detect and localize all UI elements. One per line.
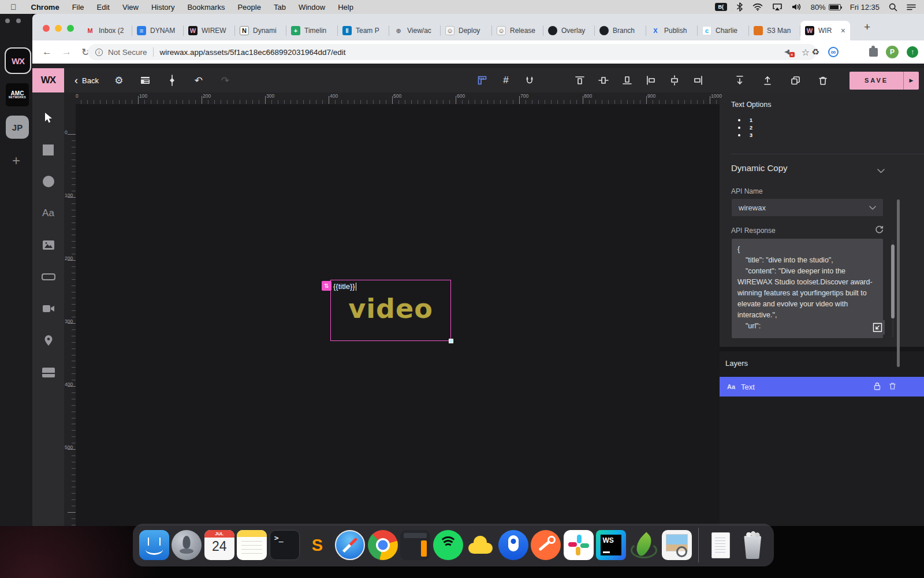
send-backward-icon[interactable] (733, 74, 746, 87)
video-tool[interactable] (42, 302, 55, 316)
save-button[interactable]: SAVE ▶ (850, 72, 919, 90)
browser-tab-github[interactable]: Overlay (543, 21, 595, 40)
browser-tab-google-sheets[interactable]: +Timelin (286, 21, 338, 40)
refresh-api-icon[interactable] (875, 225, 884, 236)
duplicate-icon[interactable] (789, 74, 802, 87)
dock-keyhole-app-icon[interactable] (498, 530, 528, 560)
apple-menu-icon[interactable]:  (10, 2, 17, 12)
menu-bookmarks[interactable]: Bookmarks (181, 3, 231, 12)
align-vertical-center-icon[interactable] (597, 74, 610, 87)
undo-icon[interactable]: ↶ (192, 74, 205, 87)
menu-edit[interactable]: Edit (91, 3, 116, 12)
align-left-icon[interactable] (644, 74, 657, 87)
dock-safari-icon[interactable] (335, 530, 365, 560)
browser-tab-jenkins[interactable]: ☺Deploy (441, 21, 492, 40)
button-tool[interactable] (42, 270, 55, 284)
forward-nav-icon[interactable]: → (62, 46, 72, 58)
bluetooth-icon[interactable] (736, 2, 743, 12)
element-text-video[interactable]: video (331, 293, 450, 324)
wirewax-logo[interactable]: WX (32, 68, 64, 92)
bookmark-star-icon[interactable]: ☆ (802, 47, 810, 58)
settings-gear-icon[interactable]: ⚙ (113, 74, 125, 87)
delete-layer-icon[interactable] (889, 381, 896, 392)
bring-forward-icon[interactable] (761, 74, 774, 87)
select-cursor-tool[interactable] (42, 111, 55, 125)
redo-icon[interactable]: ↷ (219, 74, 232, 87)
browser-tab-wirewax-active[interactable]: WWIR× (800, 21, 850, 40)
dynamic-copy-collapse-icon[interactable] (877, 166, 885, 175)
dynamic-copy-badge-icon[interactable]: ⇅ (322, 281, 331, 291)
dock-sublime-text-icon[interactable]: S (302, 530, 332, 560)
ruler-toggle-icon[interactable] (476, 74, 489, 87)
new-tab-button[interactable]: + (864, 21, 870, 34)
expand-response-icon[interactable] (870, 320, 885, 335)
align-top-icon[interactable] (573, 74, 586, 87)
minimize-window-button[interactable] (55, 25, 62, 32)
infinity-extension-icon[interactable]: ∞ (828, 47, 839, 57)
dock-calendar-icon[interactable]: JUL24 (204, 530, 234, 560)
dock-finder-icon[interactable] (139, 530, 169, 560)
workspace-add-button[interactable]: + (0, 153, 32, 169)
browser-tab-confluence[interactable]: XPublish (646, 21, 698, 40)
delete-trash-icon[interactable] (817, 74, 829, 87)
battery-indicator[interactable]: 80% (811, 3, 841, 12)
canvas[interactable]: 01002003004005006007008009001000 0100200… (64, 92, 720, 526)
browser-tab-charlie[interactable]: cCharlie (698, 21, 749, 40)
browser-tab-gmail[interactable]: MInbox (2 (81, 21, 132, 40)
spotlight-search-icon[interactable] (889, 3, 897, 12)
window-controls[interactable] (43, 25, 74, 32)
dock-chrome-icon[interactable] (368, 530, 398, 560)
lock-layer-icon[interactable] (873, 381, 881, 392)
close-window-button[interactable] (43, 25, 50, 32)
api-response-scrollbar[interactable] (891, 244, 895, 318)
tab-close-icon[interactable]: × (841, 26, 845, 35)
api-response-textarea[interactable]: { "title": "dive into the studio", "cont… (732, 239, 883, 338)
menu-clock[interactable]: Fri 12:35 (850, 3, 880, 12)
extensions-puzzle-icon[interactable] (869, 48, 878, 57)
align-horizontal-center-icon[interactable] (668, 74, 681, 87)
airplay-icon[interactable] (772, 3, 783, 11)
page-scrollbar[interactable] (897, 199, 900, 367)
api-name-dropdown[interactable]: wirewax (732, 199, 883, 216)
browser-tab-trello[interactable]: ‖Team P (338, 21, 389, 40)
layer-row-text[interactable]: Aa Text (720, 377, 924, 397)
zoom-window-button[interactable] (67, 25, 74, 32)
dock-postman-icon[interactable] (531, 530, 561, 560)
panel-layout-icon[interactable] (139, 74, 152, 87)
card-tool[interactable] (42, 365, 55, 379)
menu-tab[interactable]: Tab (267, 3, 292, 12)
adjust-sliders-icon[interactable] (166, 74, 178, 87)
omnibox[interactable]: i Not Secure wirewax.app/assets/5f1ac18e… (88, 44, 817, 60)
browser-tab-jenkins[interactable]: ☺Release (492, 21, 543, 40)
notification-center-icon[interactable] (907, 3, 916, 11)
volume-icon[interactable] (792, 3, 802, 11)
dock-trash-icon[interactable] (737, 530, 767, 560)
dock-launchpad-icon[interactable] (172, 530, 202, 560)
hotspot-pin-tool[interactable] (42, 334, 55, 347)
browser-tab-notion[interactable]: NDynami (235, 21, 286, 40)
workspace-wirewax-icon[interactable]: WX (5, 47, 31, 74)
dock-spotify-icon[interactable] (433, 530, 463, 560)
browser-tab-google-docs[interactable]: ≡DYNAM (132, 21, 184, 40)
url-text[interactable]: wirewax.app/assets/5f1ac18ec668992031964… (160, 48, 346, 57)
save-options-arrow[interactable]: ▶ (903, 72, 919, 90)
align-bottom-icon[interactable] (621, 74, 634, 87)
selected-text-element[interactable]: ⇅ {{title}} video (330, 280, 451, 341)
text-token[interactable]: {{title}} (333, 282, 356, 291)
back-nav-icon[interactable]: ← (42, 46, 52, 58)
profile-avatar[interactable]: P (886, 46, 899, 58)
dock-cloudapp-icon[interactable] (465, 530, 495, 560)
resize-handle[interactable] (449, 339, 453, 343)
browser-tab-globe[interactable]: ⊕View/ac (389, 21, 441, 40)
menu-chrome[interactable]: Chrome (25, 3, 66, 12)
dock-webstorm-icon[interactable]: WS (596, 530, 626, 560)
dock-slack-icon[interactable] (564, 530, 594, 560)
site-info-icon[interactable]: i (95, 49, 103, 56)
image-tool[interactable] (42, 238, 55, 252)
numbered-list-icon[interactable]: 123 (750, 117, 752, 139)
input-source-icon[interactable]: B( (715, 3, 727, 11)
bullet-list-icon[interactable] (738, 117, 740, 136)
align-right-icon[interactable] (692, 74, 705, 87)
tab-muted-icon[interactable]: × (784, 48, 793, 56)
dock-notes-icon[interactable] (237, 530, 267, 560)
